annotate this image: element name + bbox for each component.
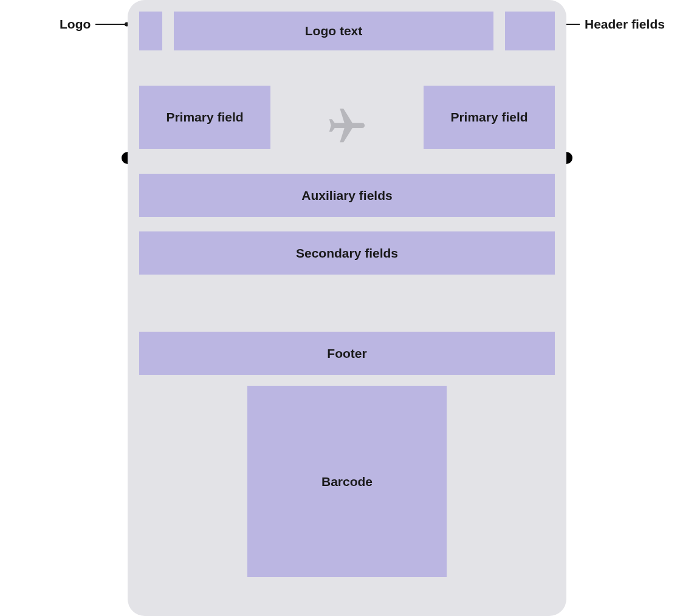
barcode-placeholder: Barcode	[247, 386, 447, 577]
primary-row: Primary field Primary field	[139, 85, 555, 149]
pass-card: Logo text Primary field Primary field Au…	[128, 0, 566, 616]
barcode-label: Barcode	[321, 474, 373, 489]
primary-field-right-label: Primary field	[450, 110, 527, 125]
callout-header-fields-label: Header fields	[585, 17, 665, 32]
callout-logo-label: Logo	[60, 17, 91, 32]
primary-field-left-label: Primary field	[166, 110, 243, 125]
callout-line	[95, 24, 127, 25]
logo-placeholder	[139, 12, 162, 50]
secondary-fields-label: Secondary fields	[296, 246, 398, 261]
header-fields-placeholder	[505, 12, 555, 50]
primary-field-right: Primary field	[424, 86, 555, 149]
auxiliary-fields-label: Auxiliary fields	[301, 188, 392, 203]
callout-logo: Logo	[60, 17, 127, 32]
airplane-icon	[324, 103, 370, 149]
logo-text-label: Logo text	[305, 24, 363, 38]
footer-label: Footer	[327, 346, 366, 361]
logo-text-placeholder: Logo text	[174, 12, 493, 50]
footer-placeholder: Footer	[139, 332, 555, 375]
primary-field-left: Primary field	[139, 86, 270, 149]
secondary-fields-placeholder: Secondary fields	[139, 231, 555, 275]
header-row: Logo text	[139, 12, 555, 50]
auxiliary-fields-placeholder: Auxiliary fields	[139, 174, 555, 217]
